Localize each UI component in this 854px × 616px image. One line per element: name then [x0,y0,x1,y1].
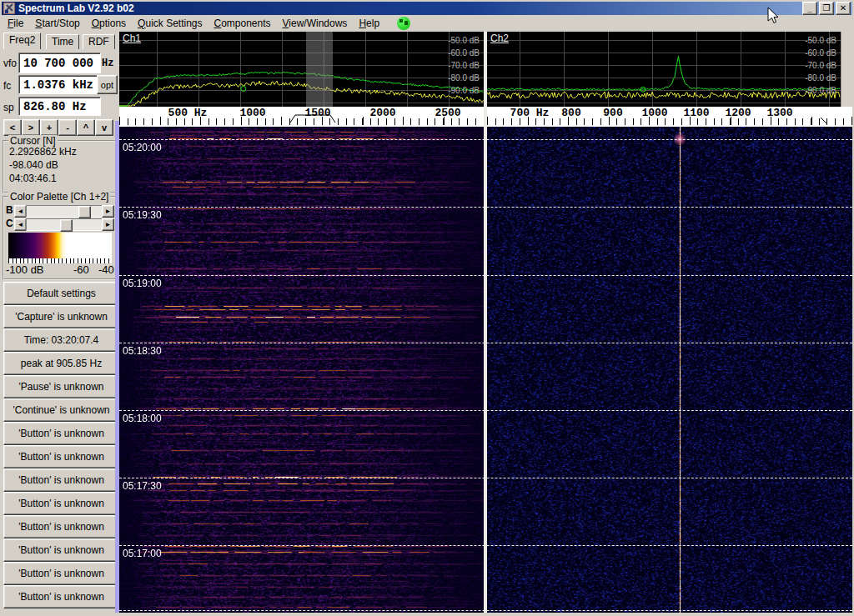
contrast-slider-left-arrow[interactable]: ◄ [14,218,27,231]
action-button-6[interactable]: 'Button' is unknown [3,422,119,445]
nav-button-4[interactable]: ^ [77,119,95,136]
nav-button-2[interactable]: + [40,119,58,136]
ch2-scale-marker [487,107,852,127]
action-button-11[interactable]: 'Button' is unknown [3,538,119,562]
menu-item-file[interactable]: File [2,16,29,31]
ch2-db-label-1: -60.0 dB [805,48,836,58]
vfo-unit-label: Hz [102,58,113,69]
cursor-readout-group: Cursor [N] 2.2926862 kHz -98.040 dB 04:0… [3,140,117,193]
opt-button-label: opt [101,80,113,90]
palette-scale-max: -40 [98,263,114,276]
action-button-5[interactable]: 'Continue' is unknown [3,398,119,422]
nav-button-3[interactable]: - [58,119,77,136]
cursor-group-title: Cursor [N] [8,135,58,147]
nav-button-1[interactable]: > [22,119,40,136]
brightness-slider-thumb[interactable] [78,206,91,218]
app-icon[interactable] [3,3,15,14]
cursor-frequency: 2.2926862 kHz [9,146,115,158]
nav-button-0[interactable]: < [3,119,22,136]
waterfall-time-label-3: 05:18:30 [123,345,162,357]
menu-item-components[interactable]: Components [208,16,277,31]
sp-value: 826.80 Hz [23,100,87,113]
ch2-db-label-2: -70.0 dB [805,61,836,70]
contrast-slider-thumb[interactable] [60,219,73,232]
action-button-12[interactable]: 'Button' is unknown [3,562,119,585]
green-indicator-glyph2 [404,21,408,25]
spectrum-right-gutter [841,32,853,107]
ch1-db-label-3: -80.0 dB [448,73,480,83]
green-indicator-glyph [399,19,403,23]
vfo-input[interactable]: 10 700 000 [18,53,101,73]
sp-input[interactable]: 826.80 Hz [18,97,101,116]
waterfall-time-line-1 [119,207,852,208]
menu-item-view-windows[interactable]: View/Windows [277,16,354,31]
ch2-db-label-4: -90.0 dB [805,86,836,95]
ch2-db-label-0: -50.0 dB [805,36,836,45]
ch1-curves [119,32,484,107]
action-button-2[interactable]: Time: 03:20:07.4 [3,328,119,352]
action-button-8[interactable]: 'Button' is unknown [3,468,119,492]
menu-item-help[interactable]: Help [353,16,385,31]
waterfall-time-label-1: 05:19:30 [123,209,162,221]
action-button-9[interactable]: 'Button' is unknown [3,492,119,515]
action-button-0[interactable]: Default settings [3,282,119,305]
contrast-slider-track[interactable] [26,218,103,231]
brightness-slider-track[interactable] [26,205,103,218]
ch2-spectrum-graph[interactable]: Ch2 -50.0 dB-60.0 dB-70.0 dB-80.0 dB-90.… [487,32,841,107]
waterfall-time-label-5: 05:17:30 [123,480,162,492]
action-button-7[interactable]: 'Button' is unknown [3,445,119,468]
ch2-db-label-3: -80.0 dB [805,73,836,83]
tab-freq2[interactable]: Freq2 [3,33,41,49]
close-button[interactable]: ✕ [836,2,851,15]
minimize-button[interactable]: _ [802,2,817,15]
ch1-db-label-4: -90.0 dB [448,86,480,95]
action-button-1[interactable]: 'Capture' is unknown [3,305,119,328]
action-button-3[interactable]: peak at 905.85 Hz [3,352,119,375]
waterfall-time-line-4 [119,410,852,411]
vfo-label: vfo [3,58,17,69]
waterfall-time-line-7 [119,610,852,611]
green-indicator-icon[interactable] [397,17,410,30]
action-button-13[interactable]: 'Button' is unknown [3,585,119,608]
ch1-waterfall[interactable] [119,127,484,613]
fc-input[interactable]: 1.0376 kHz [18,75,101,94]
ch1-label: Ch1 [123,33,141,44]
menu-item-options[interactable]: Options [86,16,132,31]
color-palette-group: Color Palette [Ch 1+2] B ◄ ► C ◄ ► -100 … [3,196,117,280]
menu-item-quick-settings[interactable]: Quick Settings [132,16,208,31]
title-bar: Spectrum Lab V2.92 b02 _ ❐ ✕ [2,2,852,15]
contrast-slider-right-arrow[interactable]: ► [102,218,114,231]
ch1-frequency-scale[interactable]: 500 Hz1000150020002500 [119,107,484,127]
palette-scale-mid: -60 [73,263,89,276]
tab-time[interactable]: Time [46,34,79,49]
left-control-panel: Freq2TimeRDF vfo 10 700 000 Hz fc 1.0376… [2,31,118,614]
tab-rdf[interactable]: RDF [83,34,115,49]
brightness-slider-right-arrow[interactable]: ► [102,205,114,218]
palette-scale-min: -100 dB [6,263,44,276]
menu-item-start-stop[interactable]: Start/Stop [29,16,85,31]
fc-value: 1.0376 kHz [23,78,93,92]
sp-label: sp [3,102,14,113]
ch2-waterfall[interactable] [487,127,852,613]
waterfall-time-label-4: 05:18:00 [123,413,162,424]
fc-label: fc [3,80,11,92]
ch1-db-label-1: -60.0 dB [448,48,480,58]
waterfall-time-line-6 [119,545,852,546]
palette-group-title: Color Palette [Ch 1+2] [8,191,110,203]
waterfall-time-label-6: 05:17:00 [123,548,162,559]
ch2-frequency-scale[interactable]: 700 Hz8009001000110012001300 [487,107,852,127]
waterfall-time-line-3 [119,343,852,343]
nav-button-5[interactable]: v [95,119,113,136]
ch1-db-label-0: -50.0 dB [448,36,480,45]
ch1-db-label-2: -70.0 dB [448,61,480,70]
restore-button[interactable]: ❐ [819,2,834,15]
action-button-4[interactable]: 'Pause' is unknown [3,375,119,398]
cursor-time: 04:03:46.1 [9,173,115,184]
waterfall-time-label-2: 05:19:00 [123,278,162,289]
window-title: Spectrum Lab V2.92 b02 [18,2,134,15]
brightness-slider-left-arrow[interactable]: ◄ [14,205,27,218]
opt-button[interactable]: opt [97,75,118,94]
ch1-spectrum-graph[interactable]: Ch1 -50.0 dB-60.0 dB-70.0 dB-80.0 dB-90.… [119,32,484,107]
palette-gradient-bar [8,233,112,258]
action-button-10[interactable]: 'Button' is unknown [3,515,119,538]
